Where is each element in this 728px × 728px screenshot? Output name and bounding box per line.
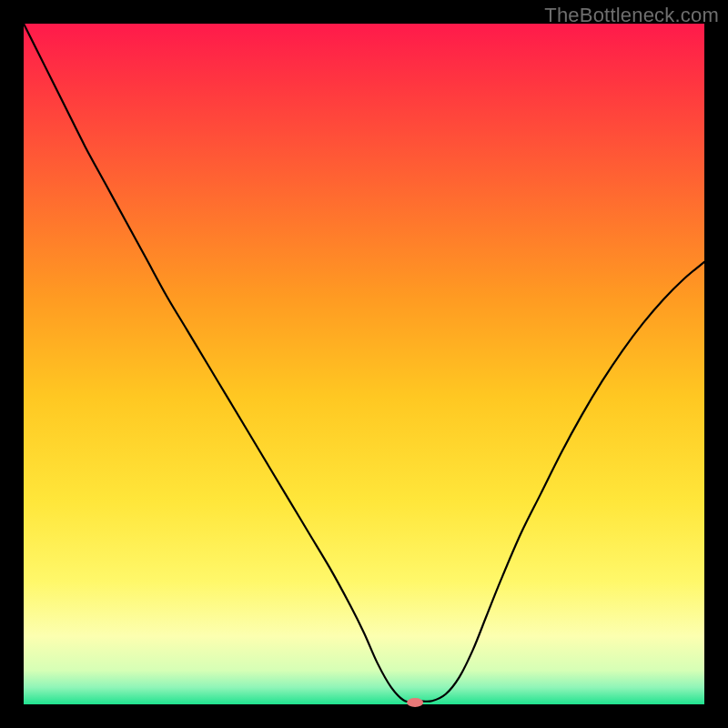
- watermark-text: TheBottleneck.com: [544, 4, 719, 27]
- minimum-marker: [407, 698, 423, 707]
- plot-background: [24, 24, 704, 704]
- chart-container: TheBottleneck.com: [0, 0, 728, 728]
- bottleneck-chart: [0, 0, 728, 728]
